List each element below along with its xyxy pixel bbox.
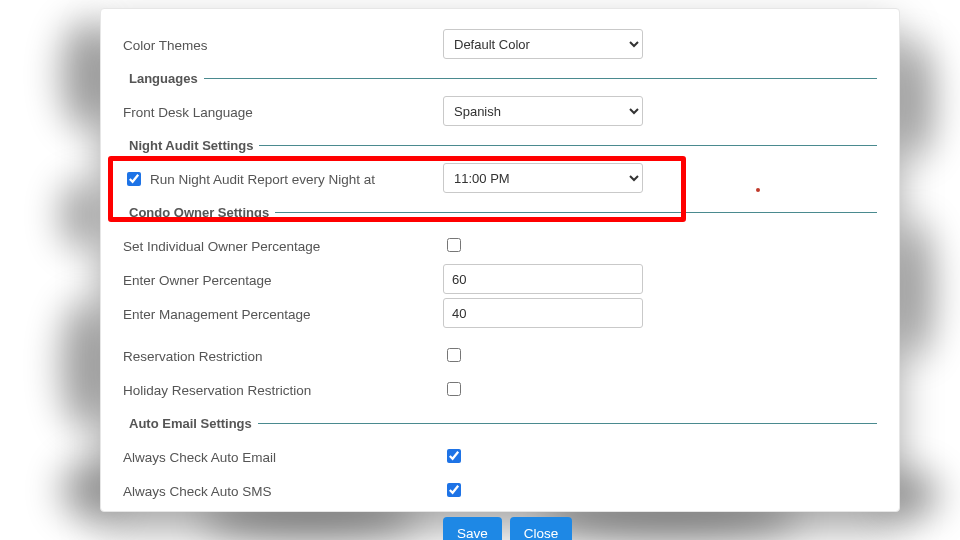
checkbox-set-individual-owner[interactable]: [447, 238, 461, 252]
select-night-audit-time[interactable]: 11:00 PM: [443, 163, 643, 193]
row-color-themes: Color Themes Default Color: [123, 27, 877, 61]
row-reservation-restriction: Reservation Restriction: [123, 338, 877, 372]
label-owner-percentage: Enter Owner Percentage: [123, 271, 443, 288]
legend-night-audit: Night Audit Settings: [123, 138, 259, 153]
checkbox-auto-sms[interactable]: [447, 483, 461, 497]
row-set-individual-owner: Set Individual Owner Percentage: [123, 228, 877, 262]
input-owner-percentage[interactable]: [443, 264, 643, 294]
save-button[interactable]: Save: [443, 517, 502, 540]
row-night-audit: Run Night Audit Report every Night at 11…: [123, 161, 877, 195]
row-holiday-restriction: Holiday Reservation Restriction: [123, 372, 877, 406]
annotation-dot: [756, 188, 760, 192]
label-set-individual-owner: Set Individual Owner Percentage: [123, 237, 443, 254]
legend-languages: Languages: [123, 71, 204, 86]
select-color-theme[interactable]: Default Color: [443, 29, 643, 59]
close-button[interactable]: Close: [510, 517, 573, 540]
label-reservation-restriction: Reservation Restriction: [123, 347, 443, 364]
label-holiday-restriction: Holiday Reservation Restriction: [123, 381, 443, 398]
checkbox-run-night-audit[interactable]: [127, 172, 141, 186]
checkbox-reservation-restriction[interactable]: [447, 348, 461, 362]
row-auto-sms: Always Check Auto SMS: [123, 473, 877, 507]
label-auto-sms: Always Check Auto SMS: [123, 482, 443, 499]
row-front-desk-language: Front Desk Language Spanish: [123, 94, 877, 128]
row-mgmt-percentage: Enter Management Percentage: [123, 296, 877, 330]
label-run-night-audit: Run Night Audit Report every Night at: [150, 172, 375, 187]
label-mgmt-percentage: Enter Management Percentage: [123, 305, 443, 322]
button-bar: Save Close: [443, 517, 877, 540]
select-front-desk-language[interactable]: Spanish: [443, 96, 643, 126]
checkbox-auto-email[interactable]: [447, 449, 461, 463]
settings-panel: Color Themes Default Color Languages Fro…: [100, 8, 900, 512]
label-auto-email: Always Check Auto Email: [123, 448, 443, 465]
label-color-themes: Color Themes: [123, 36, 443, 53]
fieldset-languages: Languages Front Desk Language Spanish: [123, 71, 877, 128]
input-mgmt-percentage[interactable]: [443, 298, 643, 328]
legend-condo-owner: Condo Owner Settings: [123, 205, 275, 220]
legend-auto-email: Auto Email Settings: [123, 416, 258, 431]
label-front-desk-language: Front Desk Language: [123, 103, 443, 120]
fieldset-night-audit: Night Audit Settings Run Night Audit Rep…: [123, 138, 877, 195]
fieldset-condo-owner: Condo Owner Settings Set Individual Owne…: [123, 205, 877, 406]
row-auto-email: Always Check Auto Email: [123, 439, 877, 473]
row-owner-percentage: Enter Owner Percentage: [123, 262, 877, 296]
checkbox-holiday-restriction[interactable]: [447, 382, 461, 396]
fieldset-auto-email: Auto Email Settings Always Check Auto Em…: [123, 416, 877, 507]
